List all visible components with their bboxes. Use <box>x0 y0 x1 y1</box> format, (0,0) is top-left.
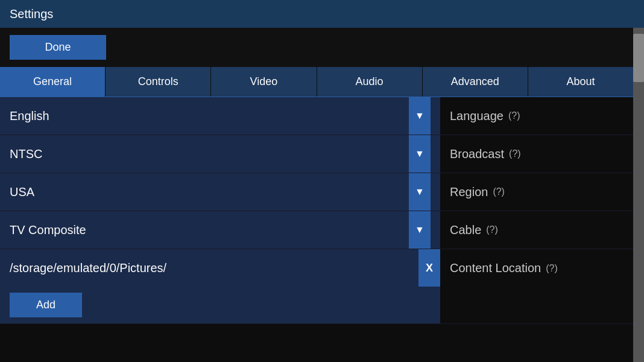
cable-dropdown-arrow[interactable] <box>409 211 431 249</box>
title-text: Settings <box>10 7 53 21</box>
cable-help[interactable]: (?) <box>486 224 498 235</box>
broadcast-help[interactable]: (?) <box>509 148 521 159</box>
cable-value: TV Composite <box>10 223 409 237</box>
content-location-label: Content Location (?) <box>440 249 633 275</box>
done-button[interactable]: Done <box>10 35 106 60</box>
setting-row-content-location: /storage/emulated/0/Pictures/ X Add Cont… <box>0 249 633 324</box>
content-location-help[interactable]: (?) <box>546 263 558 274</box>
broadcast-dropdown-arrow[interactable] <box>409 135 431 173</box>
add-button[interactable]: Add <box>10 293 82 317</box>
broadcast-value: NTSC <box>10 147 409 161</box>
scrollbar-thumb[interactable] <box>633 34 644 82</box>
setting-row-region: USA Region (?) <box>0 173 633 211</box>
language-label: Language (?) <box>440 109 633 123</box>
cable-control[interactable]: TV Composite <box>0 211 440 249</box>
setting-row-cable: TV Composite Cable (?) <box>0 211 633 249</box>
setting-row-broadcast: NTSC Broadcast (?) <box>0 135 633 173</box>
language-value: English <box>10 109 409 123</box>
region-label-text: Region <box>450 185 488 199</box>
tab-bar: General Controls Video Audio Advanced Ab… <box>0 67 633 97</box>
title-bar: Settings <box>0 0 644 28</box>
broadcast-label-text: Broadcast <box>450 147 504 161</box>
settings-list: English Language (?) NTSC Broadcast (?) <box>0 97 633 324</box>
content-location-top: /storage/emulated/0/Pictures/ X <box>0 249 440 287</box>
done-section: Done <box>0 28 633 67</box>
language-label-text: Language <box>450 109 504 123</box>
content-location-x-button[interactable]: X <box>418 249 440 287</box>
tab-controls[interactable]: Controls <box>106 67 211 97</box>
add-row: Add <box>0 287 440 323</box>
language-dropdown-arrow[interactable] <box>409 97 431 135</box>
region-value: USA <box>10 185 409 199</box>
region-dropdown-arrow[interactable] <box>409 173 431 211</box>
content-location-value: /storage/emulated/0/Pictures/ <box>0 261 418 275</box>
tab-about[interactable]: About <box>528 67 633 97</box>
cable-label: Cable (?) <box>440 223 633 237</box>
tab-audio[interactable]: Audio <box>317 67 423 97</box>
scrollbar[interactable] <box>633 28 644 362</box>
tab-general[interactable]: General <box>0 67 106 97</box>
language-help[interactable]: (?) <box>508 110 520 121</box>
region-help[interactable]: (?) <box>493 186 505 197</box>
tab-video[interactable]: Video <box>211 67 317 97</box>
broadcast-control[interactable]: NTSC <box>0 135 440 173</box>
setting-row-language: English Language (?) <box>0 97 633 135</box>
cable-label-text: Cable <box>450 223 481 237</box>
language-control[interactable]: English <box>0 97 440 135</box>
broadcast-label: Broadcast (?) <box>440 147 633 161</box>
region-control[interactable]: USA <box>0 173 440 211</box>
content-location-label-text: Content Location <box>450 261 541 275</box>
tab-advanced[interactable]: Advanced <box>423 67 528 97</box>
region-label: Region (?) <box>440 185 633 199</box>
